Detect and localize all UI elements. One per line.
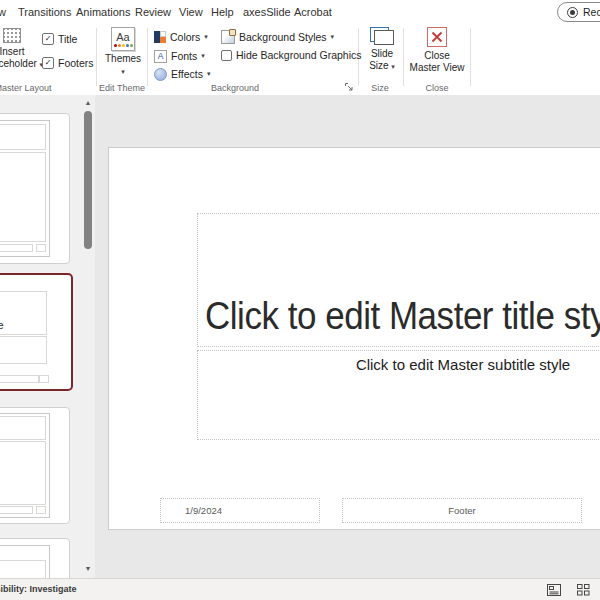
group-divider [470, 28, 471, 86]
colors-button[interactable]: Colors ▾ [154, 30, 208, 44]
chevron-down-icon: ▾ [201, 52, 205, 60]
ribbon: Insert Placeholder ▾ ✓ Title ✓ Footers M… [0, 24, 600, 96]
background-dialog-launcher-icon[interactable] [344, 82, 354, 92]
themes-icon-text: Aa [116, 32, 129, 43]
subtitle-placeholder[interactable]: Click to edit Master subtitle style [197, 350, 600, 440]
record-label: Record [583, 6, 600, 18]
chevron-down-icon: ▾ [204, 33, 208, 41]
colors-icon [154, 31, 166, 43]
themes-icon-dots [114, 44, 133, 47]
close-master-view-button[interactable]: Close Master View [408, 27, 466, 73]
title-placeholder-text: Click to edit Master title style [205, 295, 600, 338]
slide-size-label-1: Slide [371, 48, 393, 59]
tab-help[interactable]: Help [211, 0, 234, 24]
background-styles-icon [221, 30, 235, 44]
thumbnail-panel-scrollbar[interactable]: ▲ ▼ [82, 97, 94, 576]
thumbnail-partial-title-text: le style [0, 319, 4, 331]
hide-background-graphics-label: Hide Background Graphics [236, 49, 361, 61]
tab-view[interactable]: View [179, 0, 203, 24]
tab-review[interactable]: Review [135, 0, 171, 24]
scroll-down-icon[interactable]: ▼ [82, 565, 94, 572]
slide-layout-thumbnail-panel: le style ▲ ▼ [0, 95, 95, 578]
ribbon-tab-bar: w Transitions Animations Review View Hel… [0, 0, 600, 24]
tab-partial[interactable]: w [0, 0, 6, 24]
title-placeholder[interactable]: Click to edit Master title style [197, 213, 600, 347]
chevron-down-icon: ▾ [207, 70, 211, 78]
thumbnail-slide-preview [0, 545, 50, 578]
themes-label: Themes [105, 53, 141, 64]
slide-size-label-2: Size [369, 60, 388, 71]
themes-button[interactable]: Aa Themes ▾ [105, 27, 141, 77]
fonts-button[interactable]: A Fonts ▾ [154, 49, 205, 63]
chevron-down-icon: ▾ [331, 33, 335, 41]
effects-label: Effects [171, 68, 203, 80]
close-master-view-label-2: Master View [410, 62, 465, 73]
effects-icon [154, 68, 167, 81]
record-button[interactable]: Record [557, 2, 600, 22]
slide-size-icon [370, 27, 394, 45]
effects-button[interactable]: Effects ▾ [154, 67, 210, 81]
record-icon [567, 7, 578, 18]
insert-placeholder-button[interactable]: Insert Placeholder ▾ [0, 27, 40, 70]
chevron-down-icon: ▾ [391, 63, 395, 70]
slide-size-button[interactable]: Slide Size ▾ [360, 27, 404, 72]
tab-transitions[interactable]: Transitions [18, 0, 71, 24]
insert-placeholder-label-1: Insert [0, 46, 25, 57]
group-label-master-layout: Master Layout [0, 83, 52, 93]
group-divider [96, 28, 97, 86]
subtitle-placeholder-text: Click to edit Master subtitle style [198, 356, 600, 373]
footers-checkbox[interactable]: ✓ Footers [42, 57, 94, 69]
tab-acrobat[interactable]: Acrobat [294, 0, 332, 24]
tab-axesslide[interactable]: axesSlide [243, 0, 291, 24]
scrollbar-thumb[interactable] [84, 111, 92, 249]
scroll-up-icon[interactable]: ▲ [82, 99, 94, 106]
checkbox-checked-icon: ✓ [42, 57, 54, 69]
checkbox-checked-icon: ✓ [42, 33, 54, 45]
footers-checkbox-label: Footers [58, 57, 94, 69]
background-styles-button[interactable]: Background Styles ▾ [221, 30, 334, 44]
thumbnail-master-slide[interactable] [0, 113, 70, 264]
slide-sorter-view-icon[interactable] [577, 584, 590, 596]
thumbnail-title-slide-layout-selected[interactable]: le style [0, 273, 73, 391]
group-label-background: Background [211, 83, 259, 93]
status-bar: Accessibility: Investigate [0, 578, 600, 600]
title-checkbox-label: Title [58, 33, 77, 45]
title-checkbox[interactable]: ✓ Title [42, 33, 77, 45]
insert-placeholder-icon [3, 28, 21, 43]
thumbnail-slide-preview [0, 413, 50, 518]
background-styles-label: Background Styles [239, 31, 327, 43]
group-label-close: Close [425, 83, 448, 93]
insert-placeholder-label-2: Placeholder [0, 58, 37, 69]
fonts-label: Fonts [171, 50, 197, 62]
close-icon [427, 27, 447, 47]
colors-label: Colors [170, 31, 200, 43]
date-placeholder-text: 1/9/2024 [161, 499, 319, 522]
normal-view-icon[interactable] [547, 584, 561, 596]
tab-animations[interactable]: Animations [76, 0, 130, 24]
accessibility-status[interactable]: Accessibility: Investigate [0, 584, 77, 594]
themes-icon: Aa [111, 27, 135, 51]
thumbnail-slide-preview [0, 120, 50, 257]
thumbnail-title-and-content-layout[interactable] [0, 407, 70, 524]
chevron-down-icon: ▾ [121, 68, 125, 75]
date-placeholder[interactable]: 1/9/2024 [160, 498, 320, 523]
fonts-icon: A [154, 50, 167, 63]
hide-background-graphics-checkbox[interactable]: Hide Background Graphics [221, 49, 361, 61]
powerpoint-slide-master-window: w Transitions Animations Review View Hel… [0, 0, 600, 600]
group-label-edit-theme: Edit Theme [99, 83, 145, 93]
checkbox-unchecked-icon [221, 50, 232, 61]
thumbnail-section-header-layout[interactable] [0, 538, 70, 578]
close-master-view-label-1: Close [424, 50, 450, 61]
group-divider [147, 28, 148, 86]
group-label-size: Size [371, 83, 389, 93]
footer-placeholder-text: Footer [343, 499, 581, 522]
footer-placeholder[interactable]: Footer [342, 498, 582, 523]
thumbnail-slide-preview: le style [0, 279, 53, 385]
